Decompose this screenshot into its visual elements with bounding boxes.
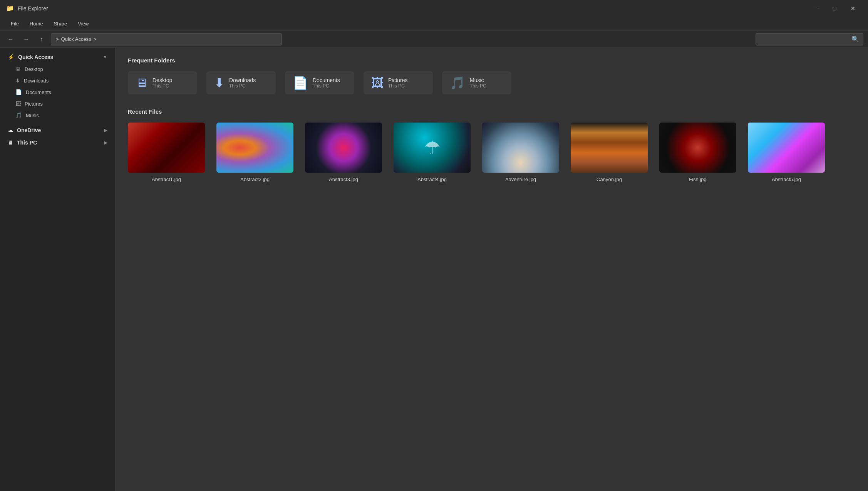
folder-downloads-sub: This PC: [229, 83, 256, 89]
sidebar-item-documents[interactable]: 📄 Documents: [2, 86, 114, 98]
menu-home[interactable]: Home: [25, 19, 48, 28]
title-bar-left: 📁 File Explorer: [6, 5, 48, 12]
folder-desktop-sub: This PC: [152, 83, 172, 89]
recent-files-grid: Abstract1.jpg Abstract2.jpg Abstract3.jp…: [128, 123, 856, 182]
folder-documents-icon: 📄: [293, 77, 308, 89]
forward-button[interactable]: →: [20, 33, 32, 45]
folder-music-name: Music: [470, 77, 486, 83]
folder-pictures-icon: 🖼: [371, 77, 384, 89]
sidebar-thispc-header[interactable]: 🖥 This PC ▶: [2, 136, 114, 149]
address-separator: >: [56, 36, 59, 42]
folder-music-icon: 🎵: [450, 77, 465, 89]
sidebar-onedrive-header[interactable]: ☁ OneDrive ▶: [2, 124, 114, 136]
folder-documents[interactable]: 📄 Documents This PC: [285, 71, 354, 94]
thispc-icon: 🖥: [8, 140, 13, 146]
folder-pictures-sub: This PC: [388, 83, 408, 89]
folder-desktop[interactable]: 🖥 Desktop This PC: [128, 71, 197, 94]
folder-downloads-name: Downloads: [229, 77, 256, 83]
folder-pictures[interactable]: 🖼 Pictures This PC: [364, 71, 433, 94]
quick-access-label: Quick Access: [18, 54, 53, 60]
desktop-icon: 🖥: [15, 66, 21, 72]
music-icon: 🎵: [15, 112, 22, 118]
file-canyon-name: Canyon.jpg: [597, 177, 622, 182]
quick-access-chevron: ▼: [103, 54, 107, 60]
thumb-abstract5: [748, 123, 825, 173]
frequent-folders-title: Frequent Folders: [128, 57, 856, 64]
onedrive-icon: ☁: [8, 127, 13, 133]
downloads-icon: ⬇: [15, 77, 20, 84]
up-button[interactable]: ↑: [35, 33, 48, 45]
thumb-abstract1: [128, 123, 205, 173]
toolbar: ← → ↑ > Quick Access > 🔍: [0, 31, 868, 48]
file-abstract4[interactable]: ☂ Abstract4.jpg: [394, 123, 471, 182]
menu-bar: File Home Share View: [0, 17, 868, 31]
thumb-abstract4: ☂: [394, 123, 471, 173]
folder-pictures-name: Pictures: [388, 77, 408, 83]
app-icon: 📁: [6, 5, 14, 12]
close-button[interactable]: ✕: [844, 2, 862, 15]
file-abstract3[interactable]: Abstract3.jpg: [305, 123, 382, 182]
address-chevron: >: [94, 36, 97, 42]
folder-downloads[interactable]: ⬇ Downloads This PC: [206, 71, 276, 94]
file-fish[interactable]: Fish.jpg: [659, 123, 736, 182]
frequent-folders-grid: 🖥 Desktop This PC ⬇ Downloads This PC 📄 …: [128, 71, 856, 94]
file-adventure-name: Adventure.jpg: [505, 177, 536, 182]
onedrive-chevron: ▶: [104, 128, 107, 133]
breadcrumb-quick-access[interactable]: Quick Access: [61, 36, 91, 42]
sidebar-item-downloads-label: Downloads: [24, 78, 49, 84]
file-abstract5[interactable]: Abstract5.jpg: [748, 123, 825, 182]
sidebar-item-desktop[interactable]: 🖥 Desktop: [2, 63, 114, 75]
onedrive-label: OneDrive: [17, 127, 41, 133]
search-input[interactable]: [760, 36, 849, 42]
file-abstract2[interactable]: Abstract2.jpg: [216, 123, 293, 182]
title-bar: 📁 File Explorer — □ ✕: [0, 0, 868, 17]
folder-desktop-icon: 🖥: [136, 77, 148, 89]
file-abstract5-name: Abstract5.jpg: [772, 177, 801, 182]
thumb-abstract3: [305, 123, 382, 173]
menu-file[interactable]: File: [6, 19, 23, 28]
address-bar[interactable]: > Quick Access >: [51, 33, 282, 45]
folder-desktop-name: Desktop: [152, 77, 172, 83]
thumb-fish: [659, 123, 736, 173]
thumb-canyon: [571, 123, 648, 173]
file-abstract3-name: Abstract3.jpg: [329, 177, 358, 182]
sidebar-item-desktop-label: Desktop: [25, 66, 43, 72]
sidebar-item-music-label: Music: [26, 113, 39, 118]
file-abstract2-name: Abstract2.jpg: [240, 177, 270, 182]
folder-music[interactable]: 🎵 Music This PC: [442, 71, 511, 94]
file-canyon[interactable]: Canyon.jpg: [571, 123, 648, 182]
file-abstract1[interactable]: Abstract1.jpg: [128, 123, 205, 182]
file-fish-name: Fish.jpg: [689, 177, 707, 182]
menu-share[interactable]: Share: [49, 19, 72, 28]
thumb-adventure: [482, 123, 559, 173]
sidebar-quick-access-header[interactable]: ⚡ Quick Access ▼: [2, 51, 114, 63]
folder-documents-sub: This PC: [313, 83, 340, 89]
sidebar-item-pictures[interactable]: 🖼 Pictures: [2, 98, 114, 109]
app-title: File Explorer: [18, 5, 48, 12]
sidebar-item-documents-label: Documents: [26, 89, 51, 95]
window-controls: — □ ✕: [807, 2, 862, 15]
minimize-button[interactable]: —: [807, 2, 825, 15]
sidebar-item-downloads[interactable]: ⬇ Downloads: [2, 75, 114, 86]
thispc-chevron: ▶: [104, 140, 107, 145]
maximize-button[interactable]: □: [826, 2, 843, 15]
back-button[interactable]: ←: [5, 33, 17, 45]
sidebar-item-music[interactable]: 🎵 Music: [2, 109, 114, 121]
sidebar: ⚡ Quick Access ▼ 🖥 Desktop ⬇ Downloads 📄…: [0, 48, 116, 491]
folder-music-sub: This PC: [470, 83, 486, 89]
thumb-abstract2: [216, 123, 293, 173]
sidebar-item-pictures-label: Pictures: [25, 101, 43, 107]
thispc-label: This PC: [17, 140, 37, 146]
recent-files-title: Recent Files: [128, 108, 856, 115]
file-abstract1-name: Abstract1.jpg: [152, 177, 181, 182]
pictures-icon: 🖼: [15, 101, 21, 107]
main-layout: ⚡ Quick Access ▼ 🖥 Desktop ⬇ Downloads 📄…: [0, 48, 868, 491]
folder-documents-name: Documents: [313, 77, 340, 83]
file-adventure[interactable]: Adventure.jpg: [482, 123, 559, 182]
search-box[interactable]: 🔍: [756, 33, 863, 45]
documents-icon: 📄: [15, 89, 22, 95]
quick-access-icon: ⚡: [8, 54, 14, 60]
menu-view[interactable]: View: [73, 19, 93, 28]
search-icon: 🔍: [851, 35, 859, 43]
recent-files-section: Recent Files Abstract1.jpg Abstract2.jpg…: [128, 108, 856, 182]
